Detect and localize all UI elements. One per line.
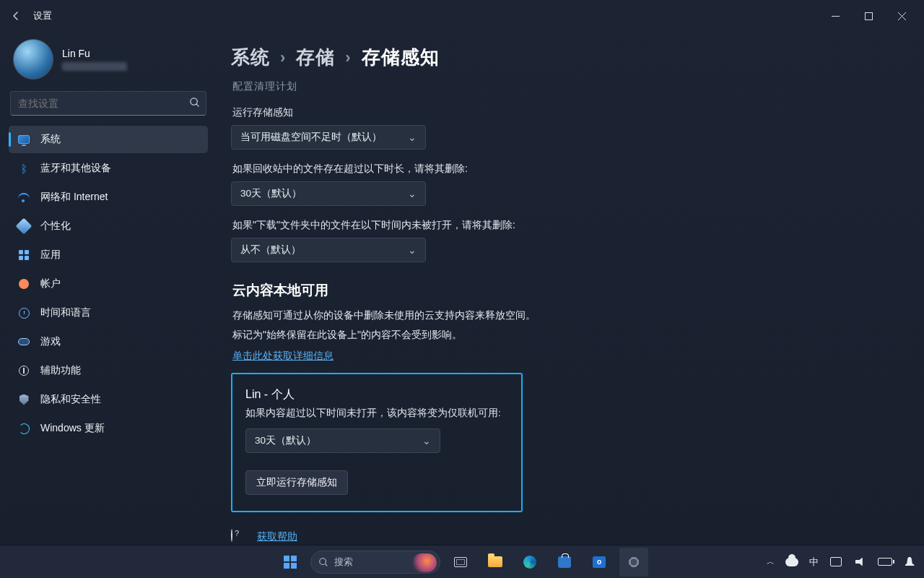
nav-list: 系统 ᛒ蓝牙和其他设备 网络和 Internet 个性化 应用 帐户 时间和语言… [9, 126, 208, 442]
card-select[interactable]: 30天（默认） ⌄ [245, 428, 440, 453]
run-storage-sense-label: 运行存储感知 [232, 106, 895, 119]
back-button[interactable] [6, 6, 26, 26]
file-explorer-button[interactable] [481, 548, 510, 577]
clock-icon [17, 306, 30, 319]
nav-accounts[interactable]: 帐户 [9, 270, 208, 298]
get-help-link[interactable]: 获取帮助 [257, 530, 297, 543]
apps-icon [17, 249, 30, 262]
edge-button[interactable] [515, 548, 544, 577]
crumb-storage[interactable]: 存储 [296, 45, 335, 70]
nav-network[interactable]: 网络和 Internet [9, 184, 208, 211]
search-highlight-icon [412, 553, 437, 572]
nav-windows-update[interactable]: Windows 更新 [9, 415, 208, 442]
store-icon [558, 556, 571, 568]
nav-label: 时间和语言 [40, 306, 91, 319]
nav-time-language[interactable]: 时间和语言 [9, 299, 208, 327]
nav-label: 蓝牙和其他设备 [40, 162, 111, 175]
ime-indicator[interactable]: 中 [809, 556, 819, 569]
notifications-tray-icon[interactable] [902, 555, 917, 569]
search-icon [189, 97, 200, 111]
nav-accessibility[interactable]: 辅助功能 [9, 357, 208, 384]
task-view-button[interactable] [446, 548, 475, 577]
user-icon [17, 277, 30, 290]
system-tray: ︿ 中 [767, 555, 917, 569]
taskbar: 搜索 o ︿ 中 [0, 545, 924, 578]
section-cutoff-heading: 配置清理计划 [232, 80, 895, 93]
battery-tray-icon[interactable] [878, 555, 892, 569]
cloud-desc-2: 标记为"始终保留在此设备上"的内容不会受到影响。 [232, 325, 895, 345]
chevron-down-icon: ⌄ [408, 188, 417, 199]
wifi-icon [17, 191, 30, 204]
chevron-down-icon: ⌄ [422, 435, 431, 447]
nav-system[interactable]: 系统 [9, 126, 208, 153]
game-icon [17, 335, 30, 348]
edge-icon [523, 556, 536, 569]
nav-apps[interactable]: 应用 [9, 241, 208, 269]
button-label: 立即运行存储感知 [256, 476, 337, 489]
nav-label: 网络和 Internet [40, 191, 108, 204]
run-now-button[interactable]: 立即运行存储感知 [245, 470, 348, 495]
taskbar-search-label: 搜索 [334, 556, 353, 569]
settings-search[interactable] [10, 91, 206, 116]
nav-label: 应用 [40, 249, 61, 262]
user-profile[interactable]: Lin Fu [9, 36, 208, 90]
outlook-button[interactable]: o [585, 548, 614, 577]
downloads-select[interactable]: 从不（默认） ⌄ [231, 238, 426, 262]
nav-gaming[interactable]: 游戏 [9, 328, 208, 355]
start-button[interactable] [276, 548, 305, 577]
svg-point-1 [191, 98, 197, 104]
crumb-storage-sense: 存储感知 [362, 45, 440, 70]
store-button[interactable] [550, 548, 579, 577]
search-icon [318, 557, 328, 567]
bluetooth-icon: ᛒ [17, 162, 30, 175]
select-value: 30天（默认） [240, 187, 302, 200]
shield-icon [17, 393, 30, 406]
window-title: 设置 [33, 10, 52, 22]
onedrive-card: Lin - 个人 如果内容超过以下时间未打开，该内容将变为仅联机可用: 30天（… [231, 373, 523, 512]
breadcrumb: 系统 › 存储 › 存储感知 [231, 45, 895, 70]
card-account-name: Lin - 个人 [245, 387, 508, 402]
nav-personalization[interactable]: 个性化 [9, 212, 208, 240]
main-content: 系统 › 存储 › 存储感知 配置清理计划 运行存储感知 当可用磁盘空间不足时（… [217, 32, 924, 545]
chevron-down-icon: ⌄ [408, 131, 417, 143]
downloads-label: 如果"下载"文件夹中的文件在以下时间内未被打开，请将其删除: [232, 219, 895, 232]
cloud-learn-more-link[interactable]: 单击此处获取详细信息 [232, 350, 334, 363]
system-icon [17, 133, 30, 146]
chevron-down-icon: ⌄ [408, 244, 417, 256]
svg-point-2 [320, 558, 326, 564]
user-name: Lin Fu [62, 48, 127, 60]
volume-tray-icon[interactable] [853, 555, 868, 569]
nav-privacy[interactable]: 隐私和安全性 [9, 386, 208, 413]
nav-label: 游戏 [40, 335, 61, 348]
minimize-button[interactable] [819, 5, 852, 27]
crumb-system[interactable]: 系统 [231, 45, 270, 70]
gear-icon [627, 556, 640, 569]
recycle-bin-label: 如果回收站中的文件存在超过以下时长，请将其删除: [232, 163, 895, 176]
taskbar-search[interactable]: 搜索 [310, 551, 440, 574]
accessibility-icon [17, 364, 30, 377]
chevron-right-icon: › [345, 48, 351, 67]
maximize-button[interactable] [852, 5, 885, 27]
close-button[interactable] [885, 5, 918, 27]
cloud-heading: 云内容本地可用 [232, 281, 895, 300]
folder-icon [488, 556, 502, 567]
nav-label: 系统 [40, 133, 61, 146]
run-storage-sense-select[interactable]: 当可用磁盘空间不足时（默认） ⌄ [231, 125, 426, 150]
onedrive-tray-icon[interactable] [785, 555, 799, 569]
recycle-bin-select[interactable]: 30天（默认） ⌄ [231, 181, 426, 206]
select-value: 从不（默认） [240, 243, 301, 256]
avatar [13, 39, 53, 79]
brush-icon [17, 220, 30, 233]
network-tray-icon[interactable] [829, 555, 843, 569]
titlebar: 设置 [0, 0, 924, 32]
settings-taskbar-button[interactable] [619, 548, 648, 577]
sync-icon [17, 422, 30, 435]
svg-rect-0 [865, 12, 872, 20]
nav-label: Windows 更新 [40, 422, 105, 435]
nav-label: 辅助功能 [40, 364, 81, 377]
user-email-blurred [62, 62, 127, 71]
search-input[interactable] [17, 98, 189, 110]
tray-overflow[interactable]: ︿ [767, 556, 775, 567]
outlook-icon: o [593, 556, 606, 568]
nav-bluetooth[interactable]: ᛒ蓝牙和其他设备 [9, 155, 208, 182]
